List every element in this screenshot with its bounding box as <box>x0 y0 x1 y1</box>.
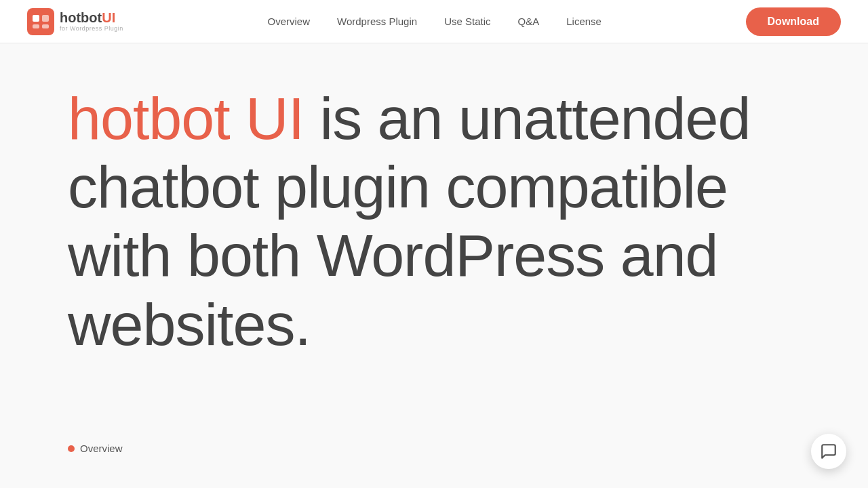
nav-link-overview[interactable]: Overview <box>268 16 311 27</box>
svg-rect-1 <box>33 15 39 22</box>
nav-item-license: License <box>566 16 601 28</box>
logo-hotbot: hotbot <box>60 11 102 24</box>
svg-rect-2 <box>42 15 49 22</box>
svg-rect-3 <box>33 24 39 28</box>
indicator-dot <box>68 445 75 452</box>
nav-item-wordpress-plugin: Wordpress Plugin <box>337 16 417 28</box>
nav-link-license[interactable]: License <box>566 16 601 27</box>
nav-item-overview: Overview <box>268 16 311 28</box>
logo-ui: UI <box>102 11 115 24</box>
nav-link-wordpress-plugin[interactable]: Wordpress Plugin <box>337 16 417 27</box>
indicator-label: Overview <box>80 443 123 454</box>
bottom-indicator: Overview <box>68 443 800 461</box>
chat-fab-button[interactable] <box>811 434 846 469</box>
download-button[interactable]: Download <box>746 7 841 36</box>
nav-link-qa[interactable]: Q&A <box>518 16 540 27</box>
logo-text: hotbot UI for Wordpress Plugin <box>60 11 123 32</box>
navbar: hotbot UI for Wordpress Plugin Overview … <box>0 0 868 43</box>
nav-item-use-static: Use Static <box>444 16 490 28</box>
logo-icon <box>27 8 54 35</box>
hero-brand: hotbot UI <box>68 85 304 152</box>
logo-subtitle: for Wordpress Plugin <box>60 26 123 32</box>
logo-link[interactable]: hotbot UI for Wordpress Plugin <box>27 8 123 35</box>
main-content: hotbot UI is an unattended chatbot plugi… <box>0 43 868 488</box>
chat-icon <box>820 443 837 460</box>
nav-item-qa: Q&A <box>518 16 540 28</box>
svg-rect-0 <box>27 8 54 35</box>
nav-link-use-static[interactable]: Use Static <box>444 16 490 27</box>
hero-text: hotbot UI is an unattended chatbot plugi… <box>68 84 800 359</box>
nav-links: Overview Wordpress Plugin Use Static Q&A… <box>268 16 601 28</box>
svg-rect-4 <box>42 24 49 28</box>
